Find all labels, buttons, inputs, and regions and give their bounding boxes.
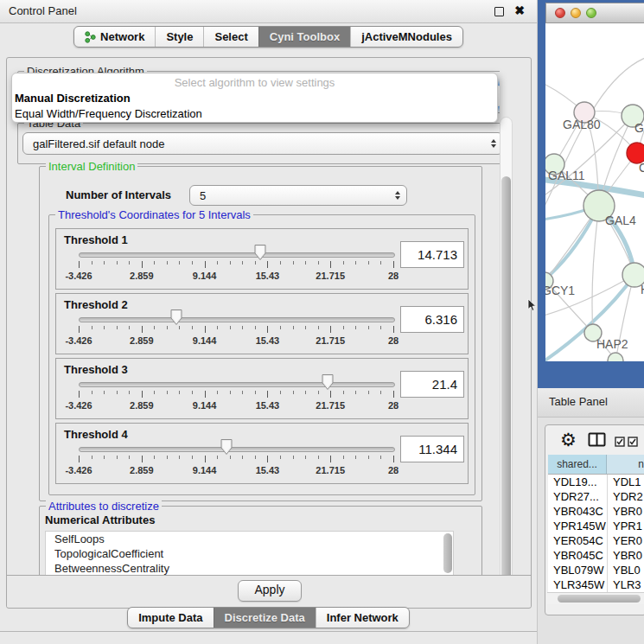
table-cell[interactable]: YPR1 <box>608 519 644 533</box>
table-cell[interactable]: YBR043C <box>548 504 608 519</box>
table-cell[interactable]: YBR045C <box>548 548 608 563</box>
algorithm-option-equal-width[interactable]: Equal Width/Frequency Discretization <box>12 107 497 121</box>
algorithm-option-manual[interactable]: Manual Discretization <box>12 92 497 105</box>
minimize-traffic-light[interactable] <box>571 8 581 18</box>
table-cell[interactable]: YLR3 <box>608 577 644 592</box>
tick-mark <box>217 261 218 265</box>
tick-mark <box>154 261 155 265</box>
table-hscrollbar-track[interactable] <box>547 592 644 604</box>
checkbox-icon[interactable] <box>615 435 625 450</box>
slider-track[interactable] <box>79 447 395 452</box>
tick-mark <box>305 326 306 329</box>
slider-handle[interactable] <box>169 309 183 326</box>
threshold-value-box[interactable]: 21.4 <box>400 371 464 398</box>
table-row[interactable]: YLR345WYLR3 <box>548 577 644 592</box>
algorithm-hint: Select algorithm to view settings <box>12 76 497 89</box>
split-view-icon[interactable] <box>588 432 606 450</box>
tab-style[interactable]: Style <box>155 27 203 47</box>
tick-mark <box>217 326 218 329</box>
thresholds-container: Threshold 1-3.4262.8599.14415.4321.71528… <box>49 215 475 494</box>
tick-mark <box>280 261 281 265</box>
number-of-intervals-combobox[interactable]: 5 <box>189 185 407 206</box>
tick-mark <box>330 456 331 462</box>
float-window-icon[interactable] <box>494 7 504 16</box>
table-row[interactable]: YBL079WYBL0 <box>548 563 644 577</box>
column-header-shared-name[interactable]: shared... <box>548 455 607 475</box>
network-node[interactable] <box>608 353 623 361</box>
tick-label: 28 <box>372 400 415 411</box>
table-cell[interactable]: YDR27... <box>548 489 608 504</box>
table-row[interactable]: YBR043CYBR0 <box>548 504 644 519</box>
table-cell[interactable]: YBL0 <box>608 563 644 577</box>
control-panel: Control Panel ✖ Network Style Select <box>0 0 538 644</box>
zoom-traffic-light[interactable] <box>586 8 596 18</box>
table-data-combobox[interactable]: galFiltered.sif default node <box>22 132 500 155</box>
table-cell[interactable]: YER0 <box>608 533 644 548</box>
threshold-value-box[interactable]: 6.316 <box>400 306 464 333</box>
tab-jactivemnodules[interactable]: jActiveMNodules <box>350 27 462 47</box>
tab-select[interactable]: Select <box>203 27 258 47</box>
tick-label: -3.426 <box>57 400 100 411</box>
node-table[interactable]: shared... n... YDL19...YDL1YDR27...YDR2Y… <box>548 455 644 593</box>
table-hscrollbar-thumb[interactable] <box>558 595 641 603</box>
gear-icon[interactable]: ⚙ <box>560 427 577 453</box>
panel-bottom-edge <box>0 631 537 632</box>
tab-network[interactable]: Network <box>74 27 155 47</box>
table-cell[interactable]: YDL19... <box>548 475 608 489</box>
threshold-value-box[interactable]: 14.713 <box>400 241 464 268</box>
tab-infer-network[interactable]: Infer Network <box>316 608 409 628</box>
network-canvas[interactable]: GAL80 GA C GAL11 GAL4 GCY1 H HAP2 <box>545 23 644 361</box>
slider-handle[interactable] <box>321 373 335 391</box>
slider-handle[interactable] <box>220 438 233 456</box>
table-cell[interactable]: YLR345W <box>548 577 608 592</box>
screenshot-root: Control Panel ✖ Network Style Select <box>0 0 644 644</box>
threshold-value-box[interactable]: 11.344 <box>400 436 464 462</box>
tick-mark <box>242 326 243 329</box>
slider-track[interactable] <box>79 252 395 258</box>
attribute-item[interactable]: SelfLoops <box>46 532 453 546</box>
tab-impute-data[interactable]: Impute Data <box>128 608 213 628</box>
table-cell[interactable]: YBR0 <box>608 504 644 519</box>
attribute-item[interactable]: BetweennessCentrality <box>46 561 453 575</box>
table-row[interactable]: YDR27...YDR2 <box>548 489 644 504</box>
slider-track[interactable] <box>79 382 395 387</box>
network-nodes[interactable] <box>545 102 644 361</box>
attributes-scrollbar-thumb[interactable] <box>443 533 452 573</box>
slider-handle[interactable] <box>253 244 267 261</box>
column-header-name[interactable]: n... <box>607 455 644 475</box>
tick-label: 2.859 <box>120 271 163 281</box>
tick-mark <box>205 391 206 398</box>
attribute-item[interactable]: TopologicalCoefficient <box>46 546 453 561</box>
network-window-titlebar[interactable] <box>545 3 644 23</box>
tab-cyni-toolbox[interactable]: Cyni Toolbox <box>258 27 350 47</box>
table-row[interactable]: YER054CYER0 <box>548 533 644 548</box>
interval-definition-group: Interval Definition Number of Intervals … <box>39 166 482 501</box>
slider-track[interactable] <box>79 317 395 322</box>
table-row[interactable]: YBR045CYBR0 <box>548 548 644 563</box>
tick-mark <box>205 456 206 462</box>
tab-network-label: Network <box>100 29 144 44</box>
node-label: HAP2 <box>596 337 628 351</box>
table-cell[interactable]: YBR0 <box>608 548 644 563</box>
numerical-attributes-list[interactable]: SelfLoopsTopologicalCoefficientBetweenne… <box>45 531 454 575</box>
table-cell[interactable]: YBL079W <box>548 563 608 577</box>
tab-discretize-data[interactable]: Discretize Data <box>214 608 316 628</box>
table-cell[interactable]: YPR145W <box>548 519 608 533</box>
table-cell[interactable]: YDR2 <box>608 489 644 504</box>
tick-mark <box>293 391 294 394</box>
close-icon[interactable]: ✖ <box>514 3 525 17</box>
table-cell[interactable]: YDL1 <box>608 475 644 489</box>
table-panel-box: ⚙ shared... n... YDL19...YDL1YDR27...YDR… <box>545 424 644 615</box>
close-traffic-light[interactable] <box>555 8 565 18</box>
table-row[interactable]: YDL19...YDL1 <box>548 475 644 489</box>
panel-scrollbar-thumb[interactable] <box>501 176 511 596</box>
tick-mark <box>192 326 193 329</box>
panel-scrollbar-track[interactable] <box>500 117 513 601</box>
top-tab-bar: Network Style Select Cyni Toolbox jActiv… <box>0 26 537 48</box>
node-label: GAL4 <box>605 214 636 227</box>
checkbox-icon[interactable] <box>628 435 638 450</box>
cyni-toolbox-content: Discretization Algorithm Table Data galF… <box>6 57 532 609</box>
apply-button[interactable]: Apply <box>238 580 302 602</box>
table-row[interactable]: YPR145WYPR1 <box>548 519 644 533</box>
table-cell[interactable]: YER054C <box>548 533 608 548</box>
